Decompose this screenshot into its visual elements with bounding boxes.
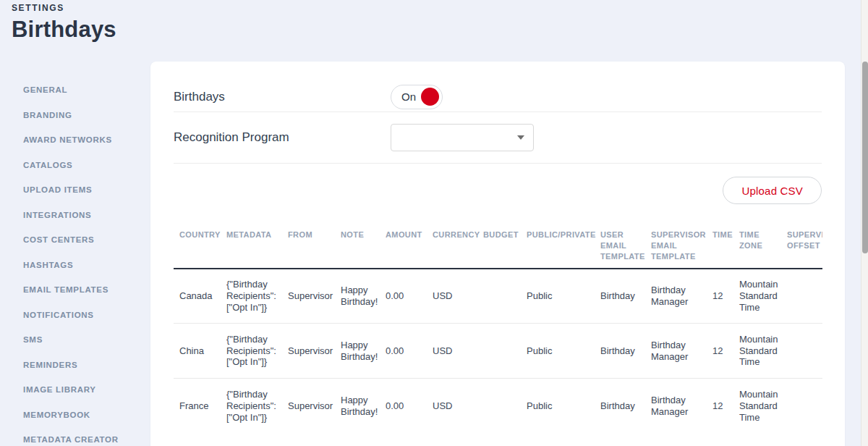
table-cell: Birthday Manager: [645, 324, 707, 379]
table-header: COUNTRYMETADATAFROMNOTEAMOUNTCURRENCYBUD…: [174, 230, 822, 269]
table-body: Canada{"Birthday Recipients": ["Opt In"]…: [174, 269, 822, 434]
table-cell: Public: [521, 324, 595, 379]
column-header: PUBLIC/PRIVATE: [521, 230, 595, 269]
table-cell: 0.00: [380, 324, 427, 379]
recognition-program-label: Recognition Program: [174, 130, 391, 145]
table-cell: Mountain Standard Time: [733, 379, 781, 434]
table-actions-row: Upload CSV: [174, 164, 822, 204]
table-cell: [781, 269, 822, 324]
table-cell: Birthday: [595, 379, 645, 434]
table-row: China{"Birthday Recipients": ["Opt In"]}…: [174, 324, 822, 379]
column-header: TIME: [707, 230, 733, 269]
page-scrollbar-track[interactable]: [861, 0, 868, 446]
table-cell: Happy Birthday!: [335, 379, 380, 434]
table-cell: {"Birthday Recipients": ["Opt In"]}: [221, 379, 282, 434]
sidebar-item-award-networks[interactable]: AWARD NETWORKS: [23, 127, 146, 153]
table-cell: Mountain Standard Time: [733, 324, 781, 379]
settings-card: Birthdays On Recognition Program Upload …: [150, 62, 845, 446]
chevron-down-icon: [517, 135, 524, 140]
page-title: Birthdays: [12, 17, 116, 43]
birthdays-table: COUNTRYMETADATAFROMNOTEAMOUNTCURRENCYBUD…: [174, 230, 822, 434]
table-cell: 0.00: [380, 379, 427, 434]
column-header: AMOUNT: [380, 230, 427, 269]
table-cell: Happy Birthday!: [335, 269, 380, 324]
toggle-state-label: On: [401, 91, 416, 103]
table-cell: China: [174, 324, 221, 379]
column-header: USER EMAIL TEMPLATE: [595, 230, 645, 269]
page-scrollbar-thumb[interactable]: [862, 62, 868, 253]
column-header: METADATA: [221, 230, 282, 269]
recognition-setting-row: Recognition Program: [174, 112, 822, 164]
column-header: NOTE: [335, 230, 380, 269]
sidebar-item-sms[interactable]: SMS: [23, 327, 146, 353]
table-cell: Mountain Standard Time: [733, 269, 781, 324]
sidebar-item-upload-items[interactable]: UPLOAD ITEMS: [23, 177, 146, 203]
table-cell: {"Birthday Recipients": ["Opt In"]}: [221, 269, 282, 324]
sidebar-item-image-library[interactable]: IMAGE LIBRARY: [23, 377, 146, 403]
table-cell: [781, 324, 822, 379]
table-row: Canada{"Birthday Recipients": ["Opt In"]…: [174, 269, 822, 324]
table-row: France{"Birthday Recipients": ["Opt In"]…: [174, 379, 822, 434]
recognition-program-select[interactable]: [391, 124, 534, 151]
table-cell: France: [174, 379, 221, 434]
settings-sidebar: GENERALBRANDINGAWARD NETWORKSCATALOGSUPL…: [23, 77, 146, 446]
sidebar-item-memorybook[interactable]: MEMORYBOOK: [23, 403, 146, 428]
column-header: SUPERVISOR OFFSET: [781, 230, 822, 269]
sidebar-item-hashtags[interactable]: HASHTAGS: [23, 253, 146, 278]
sidebar-item-branding[interactable]: BRANDING: [23, 103, 146, 128]
table-cell: Birthday Manager: [645, 379, 707, 434]
birthdays-label: Birthdays: [174, 90, 391, 104]
column-header: CURRENCY: [427, 230, 477, 269]
sidebar-item-cost-centers[interactable]: COST CENTERS: [23, 227, 146, 253]
birthdays-toggle[interactable]: On: [391, 85, 443, 109]
birthdays-table-wrapper: COUNTRYMETADATAFROMNOTEAMOUNTCURRENCYBUD…: [174, 230, 822, 434]
column-header: TIME ZONE: [733, 230, 781, 269]
table-cell: [477, 324, 521, 379]
sidebar-item-catalogs[interactable]: CATALOGS: [23, 153, 146, 178]
sidebar-item-integrations[interactable]: INTEGRATIONS: [23, 203, 146, 228]
table-cell: Supervisor: [282, 324, 335, 379]
table-cell: 0.00: [380, 269, 427, 324]
sidebar-item-metadata-creator[interactable]: METADATA CREATOR: [23, 427, 146, 446]
table-cell: [781, 379, 822, 434]
breadcrumb-settings: SETTINGS: [12, 3, 116, 13]
column-header: COUNTRY: [174, 230, 221, 269]
table-cell: [477, 379, 521, 434]
table-cell: 12: [707, 324, 733, 379]
sidebar-item-reminders[interactable]: REMINDERS: [23, 353, 146, 378]
page-header: SETTINGS Birthdays: [12, 3, 116, 43]
table-cell: Supervisor: [282, 269, 335, 324]
table-cell: Birthday: [595, 269, 645, 324]
column-header: SUPERVISOR EMAIL TEMPLATE: [645, 230, 707, 269]
table-cell: USD: [427, 379, 477, 434]
table-cell: 12: [707, 269, 733, 324]
toggle-knob: [421, 88, 439, 106]
table-cell: {"Birthday Recipients": ["Opt In"]}: [221, 324, 282, 379]
table-cell: Birthday Manager: [645, 269, 707, 324]
table-cell: Birthday: [595, 324, 645, 379]
upload-csv-button[interactable]: Upload CSV: [723, 177, 822, 204]
sidebar-item-general[interactable]: GENERAL: [23, 77, 146, 103]
table-cell: Canada: [174, 269, 221, 324]
birthdays-setting-row: Birthdays On: [174, 62, 822, 112]
table-cell: Happy Birthday!: [335, 324, 380, 379]
table-header-row: COUNTRYMETADATAFROMNOTEAMOUNTCURRENCYBUD…: [174, 230, 822, 269]
sidebar-item-email-templates[interactable]: EMAIL TEMPLATES: [23, 277, 146, 303]
table-cell: USD: [427, 324, 477, 379]
column-header: BUDGET: [477, 230, 521, 269]
table-cell: [477, 269, 521, 324]
column-header: FROM: [282, 230, 335, 269]
table-cell: USD: [427, 269, 477, 324]
table-cell: Public: [521, 269, 595, 324]
table-cell: Public: [521, 379, 595, 434]
sidebar-item-notifications[interactable]: NOTIFICATIONS: [23, 303, 146, 328]
table-cell: Supervisor: [282, 379, 335, 434]
table-cell: 12: [707, 379, 733, 434]
